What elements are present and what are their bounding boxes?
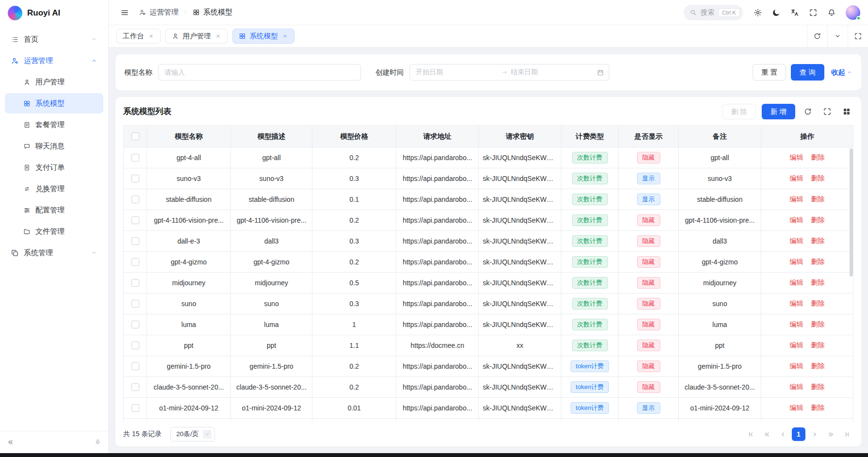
breadcrumb-item-system-model[interactable]: 系统模型	[193, 8, 232, 17]
sidebar-item-chat-messages[interactable]: 聊天消息	[5, 136, 103, 156]
page-size-select[interactable]: 20条/页	[170, 427, 215, 441]
first-page-button[interactable]	[744, 427, 757, 441]
select-all-checkbox[interactable]	[131, 132, 139, 140]
table-fullscreen-button[interactable]	[820, 105, 834, 118]
delete-link[interactable]: 删除	[811, 341, 825, 349]
date-range-picker[interactable]: 开始日期 结束日期	[409, 64, 609, 81]
edit-link[interactable]: 编辑	[790, 216, 803, 224]
row-checkbox[interactable]	[131, 362, 139, 370]
breadcrumb-item-operations[interactable]: 运营管理	[139, 8, 179, 17]
tab-user-management[interactable]: 用户管理	[165, 29, 228, 44]
delete-link[interactable]: 删除	[811, 153, 825, 161]
cell-remark: gpt-4-1106-vision-pre...	[679, 210, 761, 231]
collapse-filter-button[interactable]: 收起	[831, 68, 852, 77]
row-checkbox[interactable]	[131, 196, 139, 203]
model-name-input[interactable]	[158, 64, 361, 81]
row-checkbox[interactable]	[131, 175, 139, 182]
row-checkbox[interactable]	[131, 321, 139, 328]
column-header: 是否显示	[619, 125, 679, 147]
sidebar-item-home[interactable]: 首页	[5, 29, 103, 49]
close-icon[interactable]	[148, 33, 154, 39]
sidebar-item-redeem-management[interactable]: 兑换管理	[5, 179, 103, 199]
language-button[interactable]	[786, 4, 803, 21]
edit-link[interactable]: 编辑	[790, 153, 803, 161]
content-fullscreen-button[interactable]	[848, 25, 868, 47]
delete-link[interactable]: 删除	[811, 237, 825, 245]
sidebar-item-system-model[interactable]: 系统模型	[5, 93, 103, 114]
delete-link[interactable]: 删除	[811, 299, 825, 307]
delete-link[interactable]: 删除	[811, 174, 825, 182]
edit-link[interactable]: 编辑	[790, 341, 803, 349]
row-checkbox[interactable]	[131, 279, 139, 287]
notifications-button[interactable]	[823, 4, 840, 21]
page-1-button[interactable]: 1	[792, 427, 805, 441]
edit-link[interactable]: 编辑	[790, 258, 803, 265]
cell-display-status: 隐藏	[619, 231, 679, 252]
sidebar-item-config-management[interactable]: 配置管理	[5, 200, 103, 220]
refresh-page-button[interactable]	[807, 25, 827, 47]
delete-link[interactable]: 删除	[811, 278, 825, 286]
row-checkbox[interactable]	[131, 216, 139, 224]
prev-page-button[interactable]	[776, 427, 789, 441]
edit-link[interactable]: 编辑	[790, 174, 803, 182]
user-avatar[interactable]	[846, 5, 860, 20]
row-checkbox[interactable]	[131, 383, 139, 391]
edit-link[interactable]: 编辑	[790, 362, 803, 370]
first-page-icon	[747, 431, 754, 438]
edit-link[interactable]: 编辑	[790, 404, 803, 411]
sidebar-collapse-button[interactable]	[7, 439, 14, 446]
sidebar-item-label: 首页	[24, 35, 86, 44]
edit-link[interactable]: 编辑	[790, 278, 803, 286]
fullscreen-button[interactable]	[805, 4, 821, 21]
column-settings-button[interactable]	[840, 105, 853, 118]
tab-options-button[interactable]	[827, 25, 848, 47]
batch-delete-button[interactable]: 删 除	[722, 104, 756, 119]
edit-link[interactable]: 编辑	[790, 320, 803, 328]
hamburger-menu-button[interactable]	[116, 4, 133, 21]
edit-link[interactable]: 编辑	[790, 299, 803, 307]
close-icon[interactable]	[282, 33, 288, 39]
last-page-button[interactable]	[840, 427, 853, 441]
row-checkbox[interactable]	[131, 404, 139, 412]
cell-model-price: 0.3	[312, 168, 396, 189]
add-button[interactable]: 新 增	[762, 104, 795, 119]
cell-request-key: sk-JIUQLNndqSeKWU...	[479, 356, 561, 377]
next-page-button[interactable]	[808, 427, 821, 441]
jump-back-button[interactable]	[760, 427, 773, 441]
edit-link[interactable]: 编辑	[790, 237, 803, 245]
close-icon[interactable]	[215, 33, 221, 39]
edit-link[interactable]: 编辑	[790, 195, 803, 203]
sidebar-item-system-management[interactable]: 系统管理	[5, 243, 103, 263]
sidebar-item-operations[interactable]: 运营管理	[5, 50, 103, 71]
row-checkbox[interactable]	[131, 342, 139, 349]
global-search[interactable]: 搜索 Ctrl K	[684, 5, 743, 20]
pin-sidebar-button[interactable]	[94, 439, 101, 446]
cell-request-key: sk-JIUQLNndqSeKWU...	[479, 273, 561, 294]
delete-link[interactable]: 删除	[811, 362, 825, 370]
sidebar-item-payment-orders[interactable]: 支付订单	[5, 157, 103, 178]
row-checkbox[interactable]	[131, 237, 139, 245]
tab-system-model[interactable]: 系统模型	[232, 29, 295, 44]
app-logo[interactable]: Ruoyi AI	[0, 0, 108, 26]
delete-link[interactable]: 删除	[811, 404, 825, 411]
sidebar-item-file-management[interactable]: 文件管理	[5, 221, 103, 242]
row-checkbox[interactable]	[131, 300, 139, 308]
delete-link[interactable]: 删除	[811, 320, 825, 328]
delete-link[interactable]: 删除	[811, 216, 825, 224]
sidebar-item-user-management[interactable]: 用户管理	[5, 72, 103, 92]
tab-workbench[interactable]: 工作台	[116, 29, 161, 44]
edit-link[interactable]: 编辑	[790, 383, 803, 391]
delete-link[interactable]: 删除	[811, 258, 825, 265]
refresh-table-button[interactable]	[801, 105, 815, 118]
reset-button[interactable]: 重 置	[753, 64, 786, 81]
search-button[interactable]: 查 询	[791, 64, 824, 81]
delete-link[interactable]: 删除	[811, 383, 825, 391]
row-checkbox[interactable]	[131, 154, 139, 162]
sidebar-item-package-management[interactable]: 套餐管理	[5, 114, 103, 135]
jump-forward-button[interactable]	[824, 427, 837, 441]
settings-button[interactable]	[750, 4, 766, 21]
table-scrollbar[interactable]	[850, 148, 853, 277]
delete-link[interactable]: 删除	[811, 195, 825, 203]
row-checkbox[interactable]	[131, 258, 139, 266]
dark-mode-button[interactable]	[768, 4, 785, 21]
